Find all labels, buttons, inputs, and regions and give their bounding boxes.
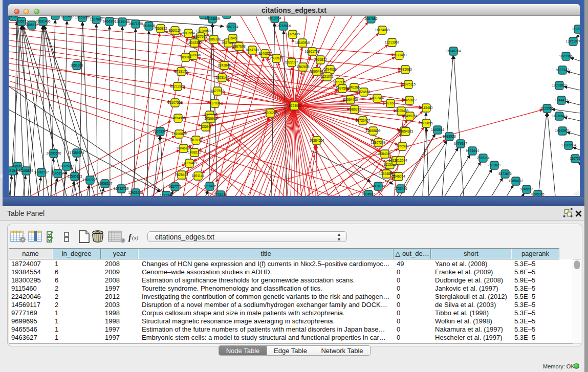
svg-text:989014: 989014 [180, 55, 191, 59]
svg-text:2867608: 2867608 [232, 45, 246, 48]
svg-text:16210643: 16210643 [552, 114, 567, 118]
svg-text:1733426: 1733426 [394, 187, 407, 190]
svg-text:17942737: 17942737 [34, 170, 49, 174]
svg-text:12923448: 12923448 [128, 191, 143, 194]
svg-text:13226058: 13226058 [196, 29, 211, 33]
svg-text:14099489: 14099489 [182, 161, 197, 165]
svg-text:17957223: 17957223 [83, 178, 98, 182]
svg-text:12093872: 12093872 [552, 83, 567, 87]
svg-text:8912954: 8912954 [182, 31, 195, 35]
svg-text:12213967: 12213967 [385, 40, 400, 44]
svg-text:8990448: 8990448 [310, 70, 323, 73]
svg-text:9756928: 9756928 [396, 144, 409, 148]
svg-text:1716485: 1716485 [203, 184, 216, 188]
svg-text:12213369: 12213369 [170, 84, 185, 88]
svg-text:16033809: 16033809 [205, 17, 220, 20]
svg-text:867833: 867833 [190, 138, 202, 142]
svg-text:16648784: 16648784 [446, 49, 461, 53]
svg-text:7625402: 7625402 [175, 173, 188, 177]
svg-text:9245652: 9245652 [520, 187, 533, 191]
svg-text:16543382: 16543382 [187, 41, 202, 45]
svg-text:19463627: 19463627 [402, 98, 417, 102]
svg-text:1244419: 1244419 [555, 98, 568, 102]
svg-text:12975115: 12975115 [401, 82, 416, 86]
svg-text:10973493: 10973493 [392, 53, 407, 57]
svg-text:9924502: 9924502 [362, 192, 375, 196]
svg-text:8186328: 8186328 [207, 37, 221, 41]
svg-text:16107553: 16107553 [168, 101, 183, 104]
svg-text:13751074: 13751074 [566, 39, 580, 43]
svg-text:2718176: 2718176 [175, 70, 188, 73]
svg-text:9146821: 9146821 [258, 52, 272, 55]
svg-text:9327505: 9327505 [194, 35, 207, 38]
svg-text:9777169: 9777169 [333, 80, 346, 84]
svg-text:1362635: 1362635 [296, 65, 310, 69]
svg-text:7515526: 7515526 [142, 24, 156, 28]
svg-text:13325419: 13325419 [286, 32, 300, 36]
svg-text:19218506: 19218506 [276, 24, 291, 28]
svg-text:8660124: 8660124 [168, 29, 182, 32]
svg-text:19654985: 19654985 [171, 116, 186, 120]
svg-text:9115460: 9115460 [420, 106, 433, 110]
svg-text:6497568: 6497568 [336, 86, 349, 90]
svg-text:1621072: 1621072 [320, 75, 334, 78]
svg-text:39154: 39154 [9, 169, 17, 172]
svg-text:7955812: 7955812 [314, 58, 327, 61]
svg-text:10807487: 10807487 [370, 96, 385, 100]
svg-text:19654923: 19654923 [399, 129, 413, 133]
svg-text:8471676: 8471676 [498, 172, 512, 176]
svg-text:3242848: 3242848 [217, 63, 231, 67]
svg-text:5322037: 5322037 [285, 60, 298, 64]
svg-text:10975867: 10975867 [59, 164, 74, 168]
svg-text:16671355: 16671355 [128, 22, 143, 26]
svg-text:7632621: 7632621 [488, 163, 501, 167]
svg-text:7957224: 7957224 [225, 25, 238, 29]
svg-text:62160: 62160 [386, 101, 395, 105]
svg-text:25300235: 25300235 [263, 111, 278, 115]
svg-text:2546054: 2546054 [392, 174, 405, 178]
svg-text:8427552: 8427552 [211, 89, 224, 93]
svg-text:10688609: 10688609 [366, 129, 381, 133]
svg-text:10653267: 10653267 [75, 16, 90, 19]
svg-text:11156829: 11156829 [19, 169, 33, 172]
svg-text:20053346: 20053346 [153, 129, 168, 133]
svg-text:1065326: 1065326 [49, 16, 62, 17]
svg-text:17359924: 17359924 [70, 151, 84, 155]
svg-text:18807249: 18807249 [371, 141, 386, 144]
svg-text:2803144: 2803144 [215, 76, 229, 79]
svg-text:6466160: 6466160 [103, 19, 116, 23]
svg-text:9657771: 9657771 [168, 185, 182, 188]
svg-text:8454749: 8454749 [246, 48, 259, 52]
svg-text:9227342: 9227342 [556, 68, 569, 72]
svg-text:53594: 53594 [201, 125, 210, 128]
svg-text:1145194: 1145194 [52, 171, 64, 175]
svg-text:10654112: 10654112 [509, 179, 524, 183]
svg-text:10046738: 10046738 [177, 146, 191, 150]
svg-text:1872400: 1872400 [60, 16, 74, 18]
svg-text:1651309: 1651309 [70, 63, 83, 67]
svg-text:20091406: 20091406 [36, 19, 51, 23]
svg-text:2935114: 2935114 [477, 156, 490, 160]
svg-text:7563822: 7563822 [154, 27, 167, 30]
svg-text:746266: 746266 [349, 85, 360, 89]
svg-text:18640910: 18640910 [295, 41, 310, 45]
svg-text:17016504: 17016504 [561, 143, 576, 147]
svg-text:8938928: 8938928 [443, 135, 456, 138]
svg-text:19495754: 19495754 [403, 114, 418, 118]
svg-text:3824554: 3824554 [357, 90, 371, 94]
svg-text:7485063: 7485063 [399, 68, 412, 71]
svg-text:417006: 417006 [209, 101, 221, 105]
svg-text:10958107: 10958107 [98, 182, 113, 185]
svg-text:9699695: 9699695 [420, 121, 433, 125]
svg-text:15720407: 15720407 [356, 119, 371, 122]
svg-text:9474444: 9474444 [466, 149, 479, 152]
svg-text:1546: 1546 [229, 36, 237, 40]
svg-text:18724007: 18724007 [287, 104, 302, 107]
svg-text:19384554: 19384554 [310, 139, 324, 142]
svg-text:2087682: 2087682 [364, 17, 378, 20]
svg-text:8813054: 8813054 [268, 16, 281, 20]
svg-text:2588520: 2588520 [270, 56, 283, 60]
svg-text:1405572: 1405572 [15, 19, 28, 23]
svg-text:1112045: 1112045 [572, 27, 580, 31]
svg-text:14136141: 14136141 [371, 184, 386, 188]
